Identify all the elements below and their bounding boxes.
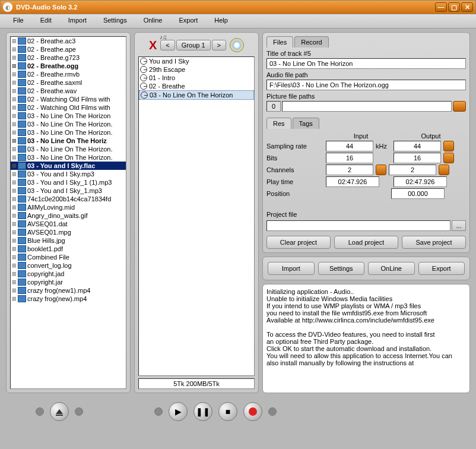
file-icon	[18, 154, 26, 161]
file-tree[interactable]: ⊞02 - Breathe.ac3⊞02 - Breathe.ape⊞02 - …	[10, 36, 126, 389]
file-item[interactable]: ⊞03 - No Line On The Horiz	[11, 137, 126, 145]
file-icon	[18, 204, 26, 211]
eject-button[interactable]	[50, 402, 69, 421]
bits-dropdown[interactable]	[443, 153, 454, 163]
settings-button[interactable]: Settings	[318, 262, 365, 275]
file-item[interactable]: ⊞02 - Breathe.saxml	[11, 78, 126, 87]
channels-out-dropdown[interactable]	[439, 165, 449, 175]
track-item[interactable]: You and I Sky	[139, 57, 254, 65]
file-item[interactable]: ⊞02 - Breathe.ape	[11, 45, 126, 53]
file-item[interactable]: ⊞Blue Hills.jpg	[11, 236, 126, 245]
online-button[interactable]: OnLine	[368, 262, 415, 275]
disc-icon[interactable]	[230, 38, 244, 52]
prev-group-button[interactable]: <	[160, 40, 174, 50]
file-item[interactable]: ⊞02 - Watching Old Films with	[11, 95, 126, 103]
close-button[interactable]: ✕	[461, 2, 473, 12]
menu-help[interactable]: Help	[206, 14, 236, 28]
transport-dot-2[interactable]	[75, 407, 83, 416]
track-item[interactable]: 01 - Intro	[139, 74, 254, 82]
log-panel[interactable]: Initializing application - Audio.. Unabl…	[262, 284, 470, 393]
file-item[interactable]: ⊞03 - No Line On The Horizon.	[11, 153, 126, 162]
file-icon	[18, 112, 26, 119]
file-item[interactable]: ⊞02 - Breathe.ogg	[11, 62, 126, 70]
file-item[interactable]: ⊞03 - No Line On The Horizon.	[11, 128, 126, 137]
file-item[interactable]: ⊞03 - You and I Sky.mp3	[11, 170, 126, 178]
tab-files[interactable]: Files	[266, 36, 293, 48]
file-item[interactable]: ⊞AllMyLoving.mid	[11, 203, 126, 211]
channels-output[interactable]: 2	[389, 165, 436, 175]
import-button[interactable]: Import	[268, 262, 315, 275]
audio-path-label: Audio file path	[266, 71, 466, 78]
file-item[interactable]: ⊞03 - No Line On The Horizon.	[11, 120, 126, 128]
audio-path-input[interactable]	[266, 80, 466, 90]
file-item[interactable]: ⊞03 - You and I Sky_1.mp3	[11, 186, 126, 195]
file-item[interactable]: ⊞03 - No Line On The Horizon	[11, 112, 126, 120]
file-item[interactable]: ⊞02 - Breathe.g723	[11, 53, 126, 62]
file-item[interactable]: ⊞02 - Breathe.wav	[11, 87, 126, 95]
file-item[interactable]: ⊞03 - You and I Sky.flac	[11, 162, 126, 170]
file-item[interactable]: ⊞02 - Breathe.ac3	[11, 37, 126, 45]
file-item[interactable]: ⊞crazy frog(new1).mp4	[11, 286, 126, 295]
file-item[interactable]: ⊞copyright.jar	[11, 278, 126, 286]
save-project-button[interactable]: Save project	[402, 236, 466, 249]
track-title-input[interactable]	[266, 58, 466, 69]
group-label-button[interactable]: Group 1	[176, 40, 211, 50]
menu-import[interactable]: Import	[60, 14, 95, 28]
sampling-dropdown[interactable]	[443, 141, 454, 151]
file-item[interactable]: ⊞convert_log.log	[11, 261, 126, 270]
transport-dot-1[interactable]	[36, 407, 44, 416]
load-project-button[interactable]: Load project	[334, 236, 398, 249]
file-item[interactable]: ⊞copyright.jad	[11, 270, 126, 278]
file-item[interactable]: ⊞02 - Breathe.rmvb	[11, 70, 126, 78]
bits-output[interactable]: 16	[394, 153, 441, 163]
position-label: Position	[266, 190, 326, 197]
picture-index[interactable]: 0	[266, 101, 281, 112]
file-item[interactable]: ⊞AVSEQ01.dat	[11, 220, 126, 228]
play-button[interactable]: ▶	[169, 402, 188, 421]
file-item[interactable]: ⊞crazy frog(new).mp4	[11, 295, 126, 303]
bits-input[interactable]: 16	[326, 153, 373, 163]
sampling-output[interactable]: 44	[394, 141, 441, 151]
channels-in-dropdown[interactable]	[376, 165, 386, 175]
next-group-button[interactable]: >	[212, 40, 226, 50]
track-list[interactable]: You and I Sky29th Escape01 - Intro02 - B…	[138, 56, 255, 376]
picture-browse-button[interactable]	[453, 101, 466, 112]
tab-res[interactable]: Res	[266, 118, 291, 129]
export-button[interactable]: Export	[418, 262, 465, 275]
file-item[interactable]: ⊞Combined File	[11, 253, 126, 261]
picture-paths-label: Picture file paths	[266, 93, 466, 100]
picture-path-input[interactable]	[282, 101, 452, 112]
file-item[interactable]: ⊞AVSEQ01.mpg	[11, 228, 126, 236]
maximize-button[interactable]: ▢	[448, 2, 460, 12]
tab-tags[interactable]: Tags	[293, 118, 319, 129]
file-item[interactable]: ⊞03 - No Line On The Horizon.	[11, 145, 126, 153]
track-item[interactable]: 29th Escape	[139, 65, 254, 74]
file-item[interactable]: ⊞Angry_dino_waits.gif	[11, 211, 126, 220]
transport-dot-4[interactable]	[268, 407, 277, 416]
file-item[interactable]: ⊞03 - You and I Sky_1 (1).mp3	[11, 178, 126, 186]
menu-file[interactable]: File	[5, 14, 32, 28]
menu-settings[interactable]: Settings	[95, 14, 135, 28]
track-item[interactable]: 02 - Breathe	[139, 82, 254, 90]
tab-record[interactable]: Record	[294, 36, 328, 48]
remove-icon[interactable]: X♪♫	[149, 39, 157, 52]
file-icon	[18, 54, 26, 61]
channels-input[interactable]: 2	[326, 165, 373, 175]
sampling-input[interactable]: 44	[326, 141, 373, 151]
clear-project-button[interactable]: Clear project	[266, 236, 331, 249]
project-file-input[interactable]	[266, 220, 450, 231]
menu-online[interactable]: Online	[135, 14, 171, 28]
minimize-button[interactable]: —	[435, 2, 447, 12]
pause-button[interactable]: ❚❚	[193, 402, 212, 421]
file-item[interactable]: ⊞74c1c0e200b14c4ca71834fd	[11, 195, 126, 203]
transport-dot-3[interactable]	[154, 407, 163, 416]
menu-edit[interactable]: Edit	[32, 14, 60, 28]
file-name: Blue Hills.jpg	[27, 237, 65, 244]
menu-export[interactable]: Export	[170, 14, 206, 28]
stop-button[interactable]: ■	[218, 402, 237, 421]
track-item[interactable]: 03 - No Line On The Horizon	[139, 90, 254, 100]
record-button[interactable]	[243, 402, 262, 421]
file-item[interactable]: ⊞booklet1.pdf	[11, 245, 126, 253]
project-browse-button[interactable]: ...	[452, 220, 466, 231]
file-item[interactable]: ⊞02 - Watching Old Films with	[11, 103, 126, 112]
